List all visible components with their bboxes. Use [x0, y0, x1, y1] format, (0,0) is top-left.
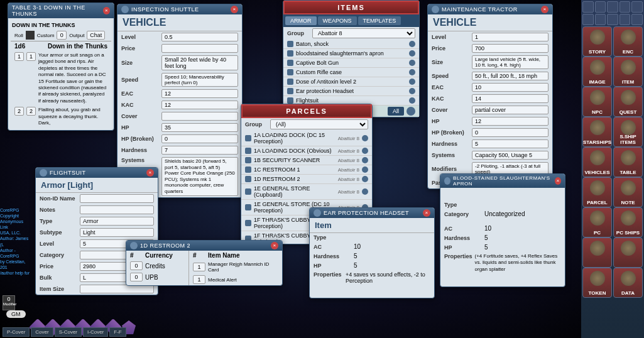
search-icon[interactable]: [407, 107, 415, 116]
credit-line[interactable]: CoreRPG: [0, 207, 31, 213]
sidebar-empty[interactable]: [613, 237, 643, 268]
apron-header[interactable]: blood-stained slaughterman's apron×: [440, 174, 565, 188]
hpb-field[interactable]: 0: [472, 128, 548, 137]
botbar-f-f[interactable]: F-F: [109, 327, 126, 337]
restroom-header[interactable]: 1D RESTROOM 2×: [126, 241, 282, 251]
link-icon[interactable]: [245, 148, 251, 154]
hpb-field[interactable]: 0: [161, 134, 238, 143]
output-button[interactable]: Chat: [87, 31, 105, 40]
drag-icon[interactable]: [362, 166, 368, 173]
sidebar-tool-1[interactable]: [582, 1, 594, 13]
item-row[interactable]: Custom Rifle case: [283, 68, 419, 77]
drag-icon[interactable]: [362, 148, 368, 154]
ear-window[interactable]: Ear protection Headset× Item Type AC10 H…: [309, 207, 435, 298]
speed-field[interactable]: Speed 10; Maneuverability perfect (turn …: [161, 73, 238, 87]
size-field[interactable]: Small 20 feet wide by 40 feet long: [161, 55, 238, 70]
apron-window[interactable]: blood-stained slaughterman's apron× Type…: [440, 173, 565, 287]
botbar-p-cover[interactable]: P-Cover: [3, 327, 30, 337]
link-icon[interactable]: [287, 88, 293, 94]
upb-count[interactable]: 0: [130, 273, 143, 281]
botbar-s-cover[interactable]: S-Cover: [55, 327, 82, 337]
restroom-window[interactable]: 1D RESTROOM 2× #Currency 0Credits 0UPB #…: [126, 240, 283, 286]
drag-icon[interactable]: [409, 41, 415, 47]
size-field[interactable]: Large land vehicle (5 ft. wide, 10 ft. l…: [472, 55, 548, 69]
group-select[interactable]: (All): [270, 119, 368, 129]
sidebar-starships[interactable]: STARSHIPS: [582, 117, 612, 147]
credit-line[interactable]: Author: James (L: [0, 236, 31, 247]
hardness-field[interactable]: 7: [161, 146, 238, 155]
sidebar-vehicles[interactable]: VEHICLES: [582, 147, 612, 177]
gm-badge[interactable]: GM: [6, 310, 26, 318]
roll-2b[interactable]: 2: [26, 107, 36, 116]
credit-line[interactable]: Anonymous Link: [0, 219, 31, 230]
roll-2a[interactable]: 2: [14, 107, 24, 116]
subtype-field[interactable]: Light: [80, 228, 154, 237]
modifier-box[interactable]: 0Modifier: [3, 295, 15, 310]
group-select[interactable]: Abattoir 8: [312, 28, 415, 38]
sidebar-tool-4[interactable]: [619, 1, 631, 13]
item-row[interactable]: Baton, shock: [283, 40, 419, 49]
link-icon[interactable]: [287, 60, 293, 66]
cover-field[interactable]: partial cover: [472, 106, 548, 114]
sidebar-pc[interactable]: PC: [582, 207, 612, 237]
vehicle2-header[interactable]: MAINTENANCE TRACTOR×: [428, 4, 552, 14]
close-icon[interactable]: ×: [146, 169, 154, 177]
sidebar-table[interactable]: TABLE: [613, 147, 643, 177]
hp-field[interactable]: 12: [472, 117, 548, 126]
items-window[interactable]: ITEMS ARMOR WEAPONS TEMPLATES GroupAbatt…: [283, 0, 420, 117]
drag-icon[interactable]: [409, 60, 415, 66]
sidebar-tool-10[interactable]: [631, 14, 643, 25]
eac-field[interactable]: 10: [472, 83, 548, 92]
drag-icon[interactable]: [409, 79, 415, 85]
item-row[interactable]: Dose of Antitoxin level 2: [283, 77, 419, 87]
credit-line[interactable]: USA, LLC.: [0, 230, 31, 236]
credits-count[interactable]: 0: [130, 261, 143, 270]
item1-name[interactable]: Manager Rejgh Mannich ID Card: [208, 261, 278, 273]
link-icon[interactable]: [245, 220, 251, 226]
close-icon[interactable]: ×: [541, 6, 548, 13]
speed-field[interactable]: 50 ft., full 200 ft., 18 mph: [472, 72, 548, 80]
item1-count[interactable]: 1: [193, 263, 205, 271]
sidebar-tool-5[interactable]: [631, 1, 643, 13]
notes-field[interactable]: [80, 205, 154, 214]
link-icon[interactable]: [245, 166, 251, 173]
link-icon[interactable]: [245, 135, 251, 141]
cover-field[interactable]: [161, 112, 238, 121]
sidebar-data[interactable]: DATA: [613, 268, 643, 298]
item-row[interactable]: Captive Bolt Gun: [283, 58, 419, 68]
sidebar-empty[interactable]: [582, 237, 612, 268]
sidebar-quest[interactable]: QUEST: [613, 87, 643, 117]
close-icon[interactable]: ×: [271, 242, 278, 249]
itemsize-field[interactable]: [80, 285, 154, 293]
vehicle1-header[interactable]: INSPECTION SHUTTLE×: [117, 4, 242, 14]
all-button[interactable]: All: [388, 107, 404, 116]
sidebar-story[interactable]: STORY: [582, 26, 612, 57]
botbar-i-cover[interactable]: I-Cover: [83, 327, 108, 337]
item-row[interactable]: bloodstained slaughterman's apron: [283, 49, 419, 58]
link-icon[interactable]: [287, 69, 293, 75]
sidebar-item[interactable]: ITEM: [613, 57, 643, 87]
level-field[interactable]: 1: [472, 33, 548, 41]
parcel-row[interactable]: 1B SECURITY SCANNERAbattoir 8: [241, 156, 372, 165]
sidebar-note[interactable]: NOTE: [613, 177, 643, 207]
sidebar-tool-6[interactable]: [582, 14, 594, 25]
systems-field[interactable]: Capacity 500, Usage 5: [472, 151, 548, 160]
sidebar-image[interactable]: IMAGE: [582, 57, 612, 87]
price-field[interactable]: [161, 44, 238, 53]
item2-count[interactable]: 1: [193, 275, 205, 284]
parcel-row[interactable]: 1E GENERAL STORE (Cupboard)Abattoir 8: [241, 184, 372, 200]
sidebar-tool-8[interactable]: [607, 14, 618, 25]
roll-1b[interactable]: 1: [26, 52, 36, 61]
drag-icon[interactable]: [409, 88, 415, 94]
link-icon[interactable]: [287, 50, 293, 57]
parcel-row[interactable]: 1A LOADING DOCK (Obvious)Abattoir 8: [241, 146, 372, 156]
nid-field[interactable]: [80, 194, 154, 203]
drag-icon[interactable]: [409, 97, 415, 104]
item2-name[interactable]: Medical Alert: [208, 277, 237, 283]
link-icon[interactable]: [245, 176, 251, 182]
link-icon[interactable]: [287, 41, 293, 47]
credit-line[interactable]: Copyright: [0, 213, 31, 219]
level-field[interactable]: 0.5: [161, 33, 238, 41]
drag-icon[interactable]: [362, 157, 368, 163]
kac-field[interactable]: 12: [161, 101, 238, 109]
